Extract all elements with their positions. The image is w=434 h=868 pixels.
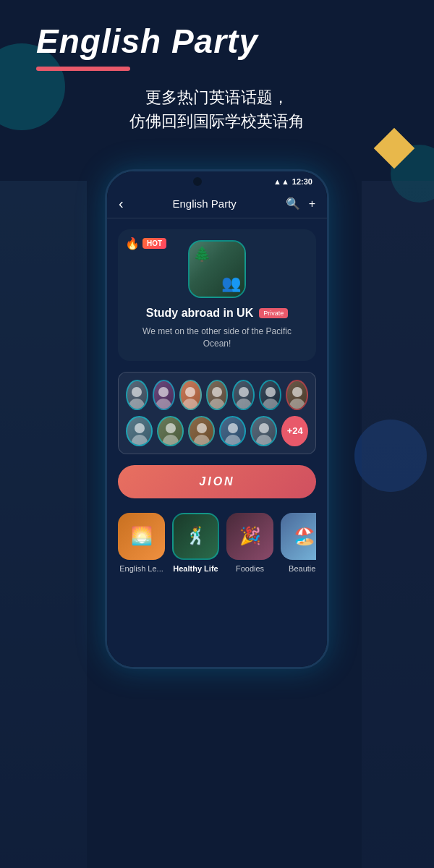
avatar-12[interactable] (250, 416, 277, 446)
add-icon[interactable]: + (309, 197, 315, 210)
private-badge: Private (259, 308, 288, 318)
avatar-6[interactable] (259, 380, 281, 410)
subtitle: 更多热门英语话题， 仿佛回到国际学校英语角 (14, 85, 420, 133)
top-section: English Party 更多热门英语话题， 仿佛回到国际学校英语角 (0, 0, 434, 166)
avatar-8[interactable] (126, 416, 153, 446)
phone-mockup: ▲▲ 12:30 ‹ English Party 🔍 + 🔥 HOT (105, 169, 329, 669)
group-description: We met on the other side of the Pacific … (129, 326, 305, 350)
nav-icons-group: 🔍 + (286, 197, 315, 210)
category-label-healthy: Healthy Life (173, 564, 218, 573)
members-grid: +24 (118, 372, 316, 454)
navigation-bar: ‹ English Party 🔍 + (107, 190, 327, 218)
avatar-10[interactable] (188, 416, 215, 446)
group-card: 🔥 HOT Study abroad in UK Private We met … (118, 229, 316, 361)
category-label-foodies: Foodies (236, 564, 264, 573)
group-photo (190, 242, 244, 297)
time-display: 12:30 (292, 177, 312, 186)
subtitle-line1: 更多热门英语话题， (36, 85, 398, 109)
hot-badge: 🔥 HOT (125, 237, 166, 250)
category-thumb-english: 🌅 (118, 513, 165, 560)
avatar-2[interactable] (153, 380, 175, 410)
foodies-overlay: 🎉 (226, 513, 273, 560)
healthy-overlay: 🕺 (174, 514, 218, 558)
subtitle-line2: 仿佛回到国际学校英语角 (36, 109, 398, 133)
avatar-9[interactable] (157, 416, 184, 446)
members-row-2: +24 (126, 416, 308, 446)
mute-button (105, 316, 106, 349)
status-right: ▲▲ 12:30 (273, 177, 312, 186)
join-button[interactable]: JION (118, 465, 316, 498)
members-row-1 (126, 380, 308, 410)
status-bar: ▲▲ 12:30 (107, 171, 327, 190)
camera-notch (193, 177, 202, 186)
phone-content: 🔥 HOT Study abroad in UK Private We met … (107, 218, 327, 667)
group-name: Study abroad in UK (146, 307, 253, 320)
category-beauties[interactable]: 🏖️ Beauties (281, 513, 316, 573)
category-label-beauties: Beauties (289, 564, 316, 573)
back-button[interactable]: ‹ (119, 195, 124, 212)
english-overlay: 🌅 (118, 513, 165, 560)
avatar-4[interactable] (206, 380, 229, 410)
nav-title: English Party (172, 197, 236, 210)
phone-container: ▲▲ 12:30 ‹ English Party 🔍 + 🔥 HOT (0, 169, 434, 669)
power-button (328, 258, 329, 287)
avatar-7[interactable] (286, 380, 308, 410)
avatar-3[interactable] (179, 380, 202, 410)
category-label-english: English Le... (119, 564, 163, 573)
title-underline (36, 67, 130, 71)
avatar-more-count[interactable]: +24 (281, 416, 308, 446)
group-info: Study abroad in UK Private We met on the… (129, 307, 305, 350)
category-healthy[interactable]: 🕺 Healthy Life (172, 513, 219, 573)
volume-up-button (105, 244, 106, 265)
category-thumb-foodies: 🎉 (226, 513, 273, 560)
category-english[interactable]: 🌅 English Le... (118, 513, 165, 573)
avatar-1[interactable] (126, 380, 148, 410)
avatar-5[interactable] (232, 380, 255, 410)
signal-icon: ▲▲ (273, 177, 289, 186)
volume-down-button (105, 276, 106, 309)
category-thumb-healthy: 🕺 (172, 513, 219, 560)
hot-label: HOT (142, 238, 166, 249)
search-icon[interactable]: 🔍 (286, 197, 300, 210)
group-image (188, 240, 246, 298)
main-title: English Party (14, 22, 420, 61)
category-thumb-beauties: 🏖️ (281, 513, 316, 560)
beauties-overlay: 🏖️ (281, 513, 316, 560)
avatar-11[interactable] (219, 416, 246, 446)
group-name-row: Study abroad in UK Private (129, 307, 305, 320)
category-foodies[interactable]: 🎉 Foodies (226, 513, 273, 573)
category-list: 🌅 English Le... 🕺 Healthy Life 🎉 Foodies (118, 513, 316, 573)
flame-icon: 🔥 (125, 237, 140, 250)
